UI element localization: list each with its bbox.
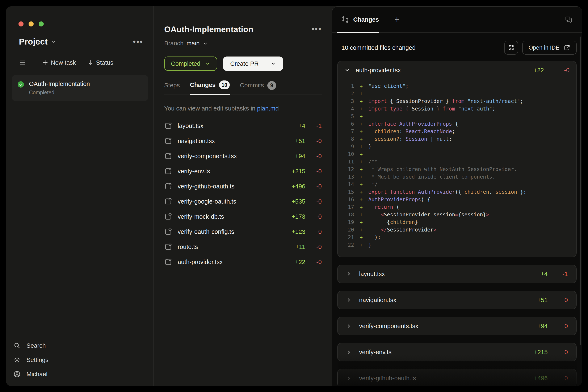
file-row[interactable]: layout.tsx+4-1 xyxy=(164,118,322,134)
file-name: layout.tsx xyxy=(178,122,203,130)
sidebar: Project ••• New task Status xyxy=(6,6,154,386)
project-switcher[interactable]: Project xyxy=(19,37,48,46)
chevron-down-icon xyxy=(203,41,208,46)
file-row[interactable]: auth-provider.tsx+22-0 xyxy=(164,254,322,270)
list-view-icon[interactable] xyxy=(19,59,26,66)
chevron-right-icon xyxy=(346,349,352,355)
added-count: +215 xyxy=(292,168,305,175)
diff-code-line: 13+ * Must be used inside client compone… xyxy=(338,173,576,181)
diff-code-line: 14+ */ xyxy=(338,181,576,188)
file-name: auth-provider.tsx xyxy=(178,258,223,266)
line-number: 13 xyxy=(338,173,354,181)
diff-added-count: +94 xyxy=(537,323,548,330)
collapsed-diff-card[interactable]: layout.tsx+4-1 xyxy=(337,265,577,283)
new-task-button[interactable]: New task xyxy=(42,59,76,66)
line-number: 11 xyxy=(338,158,354,166)
plan-md-link[interactable]: plan.md xyxy=(257,105,279,112)
file-row[interactable]: verify-github-oauth.ts+496-0 xyxy=(164,179,322,194)
diff-code-line: 17+ return ( xyxy=(338,203,576,211)
file-row[interactable]: route.ts+11-0 xyxy=(164,239,322,254)
added-count: +535 xyxy=(292,198,305,205)
line-number: 20 xyxy=(338,226,354,234)
user-avatar-icon xyxy=(13,370,20,378)
diff-code-line: 12+ * Wraps children with NextAuth Sessi… xyxy=(338,166,576,173)
project-menu-button[interactable]: ••• xyxy=(133,40,143,44)
diff-added-marker: + xyxy=(354,226,368,234)
diff-code-line: 19+ {children} xyxy=(338,218,576,226)
close-window-button[interactable] xyxy=(18,22,23,26)
file-row[interactable]: verify-env.ts+215-0 xyxy=(164,164,322,179)
status-dropdown-button[interactable]: Completed xyxy=(164,56,217,71)
branch-selector[interactable]: main xyxy=(186,40,200,47)
diff-code-line: 5+ xyxy=(338,112,576,120)
window-controls xyxy=(6,6,153,26)
sidebar-item-settings[interactable]: Settings xyxy=(13,355,48,365)
tab-changes[interactable]: Changes 10 xyxy=(190,80,230,95)
chevron-down-icon xyxy=(51,39,56,44)
panel-tab-changes[interactable]: Changes xyxy=(341,16,379,23)
comments-button[interactable] xyxy=(565,15,573,24)
task-menu-button[interactable]: ••• xyxy=(311,27,322,31)
collapsed-diff-card[interactable]: verify-github-oauth.ts+4960 xyxy=(337,369,577,386)
task-list-item[interactable]: OAuth-Implementation Completed xyxy=(12,75,148,101)
diff-code-line: 21+ ); xyxy=(338,234,576,241)
file-row[interactable]: verify-oauth-config.ts+123-0 xyxy=(164,224,322,239)
file-row[interactable]: verify-google-oauth.ts+535-0 xyxy=(164,194,322,209)
file-row[interactable]: verify-components.tsx+94-0 xyxy=(164,148,322,164)
code-text: } xyxy=(368,241,576,249)
app-window: Project ••• New task Status xyxy=(6,6,582,386)
added-count: +94 xyxy=(295,153,305,160)
removed-count: -1 xyxy=(305,122,322,130)
diff-added-marker: + xyxy=(354,82,368,90)
sidebar-item-account[interactable]: Michael xyxy=(13,369,48,379)
added-count: +4 xyxy=(298,122,305,130)
collapsed-diff-card[interactable]: navigation.tsx+510 xyxy=(337,291,577,309)
sidebar-item-search[interactable]: Search xyxy=(13,341,48,350)
code-text: children: React.ReactNode; xyxy=(368,128,576,135)
new-diff-tab-button[interactable]: + xyxy=(394,15,399,24)
chat-bubbles-icon xyxy=(565,15,573,24)
diff-code-line: 20+ </SessionProvider> xyxy=(338,226,576,234)
zoom-window-button[interactable] xyxy=(39,22,44,26)
added-count: +11 xyxy=(295,244,305,250)
expand-diff-button[interactable] xyxy=(504,41,518,54)
chevron-right-icon xyxy=(346,297,352,303)
diff-card-header[interactable]: auth-provider.tsx +22 -0 xyxy=(338,61,576,79)
code-text: export function AuthProvider({ children,… xyxy=(368,188,576,196)
task-title: OAuth-Implementation xyxy=(29,80,90,88)
create-pr-button[interactable]: Create PR xyxy=(223,56,283,71)
chevron-down-icon xyxy=(344,67,350,73)
diff-added-marker: + xyxy=(354,112,368,120)
file-row[interactable]: navigation.tsx+51-0 xyxy=(164,134,322,148)
gear-icon xyxy=(13,356,20,364)
diff-added-marker: + xyxy=(354,105,368,112)
diff-scroll-area[interactable]: auth-provider.tsx +22 -0 1+"use client";… xyxy=(337,61,577,386)
collapsed-diff-card[interactable]: verify-components.tsx+940 xyxy=(337,317,577,335)
tab-steps[interactable]: Steps xyxy=(164,80,180,95)
status-sort-button[interactable]: Status xyxy=(87,59,113,66)
file-name: verify-google-oauth.ts xyxy=(178,198,236,205)
panel-scrollbar[interactable] xyxy=(580,36,581,345)
collapsed-diff-card[interactable]: verify-env.ts+2150 xyxy=(337,343,577,361)
line-number: 15 xyxy=(338,188,354,196)
file-name: navigation.tsx xyxy=(178,138,215,144)
maximize-icon xyxy=(508,44,515,51)
line-number: 2 xyxy=(338,90,354,98)
tab-commits[interactable]: Commits 9 xyxy=(240,80,276,95)
line-number: 18 xyxy=(338,211,354,218)
file-row[interactable]: verify-mock-db.ts+173-0 xyxy=(164,209,322,224)
file-name: verify-components.tsx xyxy=(178,153,237,160)
diff-added-marker: + xyxy=(354,98,368,105)
file-code-icon xyxy=(164,182,172,190)
changed-file-list: layout.tsx+4-1navigation.tsx+51-0verify-… xyxy=(164,118,322,270)
diff-added-marker: + xyxy=(354,196,368,203)
diff-code-line: 7+ children: React.ReactNode; xyxy=(338,128,576,135)
line-number: 10 xyxy=(338,150,354,158)
line-number: 22 xyxy=(338,241,354,249)
minimize-window-button[interactable] xyxy=(28,22,33,26)
diff-file-name: verify-env.ts xyxy=(359,349,534,356)
file-code-icon xyxy=(164,228,172,236)
open-in-ide-button[interactable]: Open in IDE xyxy=(522,41,577,54)
added-count: +123 xyxy=(292,228,305,235)
line-number: 17 xyxy=(338,203,354,211)
